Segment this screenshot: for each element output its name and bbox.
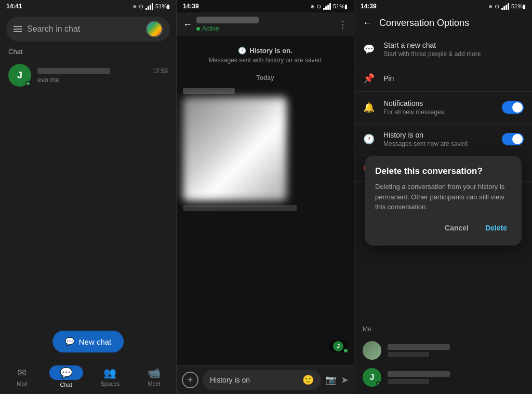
conv-battery-icon: 51%▮ <box>333 3 348 10</box>
bottom-nav: ✉ Mail 💬 Chat 👥 Spaces 📹 Meet <box>0 359 176 394</box>
day-divider: Today <box>183 74 348 81</box>
chat-sub: evo me <box>37 76 168 84</box>
conv-name-blurred <box>196 17 259 23</box>
member-name-blurred-2 <box>388 371 450 377</box>
toggle-knob-notifications <box>512 102 523 113</box>
nav-chat-label: Chat <box>60 382 72 388</box>
opts-battery-icon: 51%▮ <box>511 3 526 10</box>
message-input[interactable]: History is on 🙂 <box>203 370 321 390</box>
sender-avatar-small: J <box>333 341 343 351</box>
opts-item-notifications[interactable]: 🔔 Notifications For all new messages <box>354 92 532 124</box>
opts-back-button[interactable]: ← <box>363 18 372 29</box>
clock-icon: 🕐 <box>238 47 246 55</box>
add-button[interactable]: + <box>182 372 198 388</box>
active-label: Active <box>202 25 219 32</box>
opts-main-history: History is on <box>383 131 494 139</box>
nav-mail-label: Mail <box>17 381 27 387</box>
opts-sub-history: Messages sent now are saved <box>383 140 494 147</box>
conv-body: 🕐 History is on. Messages sent with hist… <box>177 36 354 365</box>
chat-avatar: J <box>8 64 31 87</box>
member-sub-blurred-1 <box>388 352 429 357</box>
new-chat-icon: 💬 <box>363 44 375 55</box>
member-info-1 <box>388 344 524 357</box>
active-status: Active <box>196 25 334 32</box>
search-bar[interactable]: Search in chat <box>6 17 170 42</box>
opts-wifi-icon: ⊜ <box>495 3 499 10</box>
opts-item-pin[interactable]: 📌 Pin <box>354 65 532 92</box>
message-group <box>183 88 348 211</box>
input-text: History is on <box>210 376 250 384</box>
status-bar-1: 14:41 ⎈ ⊜ 51%▮ <box>0 0 176 12</box>
opts-item-history[interactable]: 🕐 History is on Messages sent now are sa… <box>354 124 532 155</box>
online-indicator <box>25 81 31 86</box>
nav-spaces-label: Spaces <box>101 381 120 387</box>
opts-main-notifications: Notifications <box>383 99 494 107</box>
chat-info: 12:59 evo me <box>37 67 168 84</box>
member-avatar-1 <box>363 341 381 360</box>
signal-icon <box>145 3 153 10</box>
opts-sub-new-chat: Start with these people & add more <box>383 50 524 58</box>
member-item-1[interactable] <box>363 337 524 364</box>
delete-button[interactable]: Delete <box>481 221 511 235</box>
notifications-icon: 🔔 <box>363 102 375 113</box>
conv-name-area: Active <box>196 17 334 32</box>
conv-status-icons: ⎈ ⊜ 51%▮ <box>311 3 348 10</box>
status-icons-1: ⎈ ⊜ 51%▮ <box>133 3 170 10</box>
panel-chat-list: 14:41 ⎈ ⊜ 51%▮ Search in chat Chat J <box>0 0 177 394</box>
nav-item-spaces[interactable]: 👥 Spaces <box>88 362 132 391</box>
battery-icon: 51%▮ <box>155 3 170 10</box>
members-section: Me J <box>354 319 532 394</box>
opts-main-pin: Pin <box>383 74 524 83</box>
opts-header: ← Conversation Options <box>354 12 532 34</box>
hamburger-icon[interactable] <box>14 26 22 32</box>
search-input[interactable]: Search in chat <box>27 24 141 34</box>
send-icon[interactable]: ➤ <box>341 374 349 386</box>
opts-text-history: History is on Messages sent now are save… <box>383 131 494 147</box>
meet-icon: 📹 <box>148 366 161 379</box>
history-notice-sub: Messages sent with history on are saved <box>209 57 322 64</box>
member-online-dot <box>376 382 381 386</box>
conv-wifi-icon: ⊜ <box>316 3 321 10</box>
online-dot-small <box>344 349 348 352</box>
back-button[interactable]: ← <box>183 19 192 30</box>
nav-item-chat[interactable]: 💬 Chat <box>44 361 88 392</box>
pin-icon: 📌 <box>363 73 375 84</box>
conv-signal-icon <box>323 3 331 10</box>
bluetooth-icon: ⎈ <box>133 3 137 9</box>
conv-status-time: 14:39 <box>183 3 199 10</box>
history-toggle[interactable] <box>502 133 524 145</box>
conv-header: ← Active ⋮ <box>177 12 354 36</box>
opts-text-new-chat: Start a new chat Start with these people… <box>383 41 524 58</box>
emoji-icon[interactable]: 🙂 <box>302 374 314 386</box>
delete-dialog: Delete this conversation? Deleting a con… <box>365 156 522 246</box>
member-sub-blurred-2 <box>388 379 429 384</box>
conv-input-bar: + History is on 🙂 📷 ➤ <box>177 365 354 394</box>
cancel-button[interactable]: Cancel <box>441 221 473 235</box>
avatar[interactable] <box>146 21 163 37</box>
spaces-icon: 👥 <box>103 366 116 379</box>
opts-main-new-chat: Start a new chat <box>383 41 524 49</box>
member-info-2 <box>388 371 524 384</box>
panel-options: 14:39 ⎈ ⊜ 51%▮ ← Conversation Options 💬 … <box>354 0 532 394</box>
nav-chat-bg: 💬 <box>49 365 83 380</box>
history-title: History is on. <box>249 47 292 55</box>
camera-icon[interactable]: 📷 <box>325 374 337 386</box>
member-item-2[interactable]: J <box>363 364 524 391</box>
chat-section-label: Chat <box>0 46 176 60</box>
history-notice: 🕐 History is on. Messages sent with hist… <box>183 43 348 68</box>
notifications-toggle[interactable] <box>502 101 524 114</box>
status-bar-2: 14:39 ⎈ ⊜ 51%▮ <box>177 0 354 12</box>
member-name-blurred-1 <box>388 344 450 350</box>
more-options-icon[interactable]: ⋮ <box>338 19 348 30</box>
opts-status-icons: ⎈ ⊜ 51%▮ <box>489 3 526 10</box>
panel-conversation: 14:39 ⎈ ⊜ 51%▮ ← Active ⋮ <box>177 0 354 394</box>
dialog-buttons: Cancel Delete <box>375 221 511 235</box>
new-chat-button[interactable]: 💬 New chat <box>52 331 124 352</box>
nav-item-meet[interactable]: 📹 Meet <box>132 362 176 391</box>
opts-item-new-chat[interactable]: 💬 Start a new chat Start with these peop… <box>354 34 532 65</box>
opts-text-pin: Pin <box>383 74 524 83</box>
chat-list-item[interactable]: J 12:59 evo me <box>0 60 176 91</box>
status-bar-3: 14:39 ⎈ ⊜ 51%▮ <box>354 0 532 12</box>
nav-item-mail[interactable]: ✉ Mail <box>0 362 44 391</box>
message-text-blurred <box>183 205 297 211</box>
